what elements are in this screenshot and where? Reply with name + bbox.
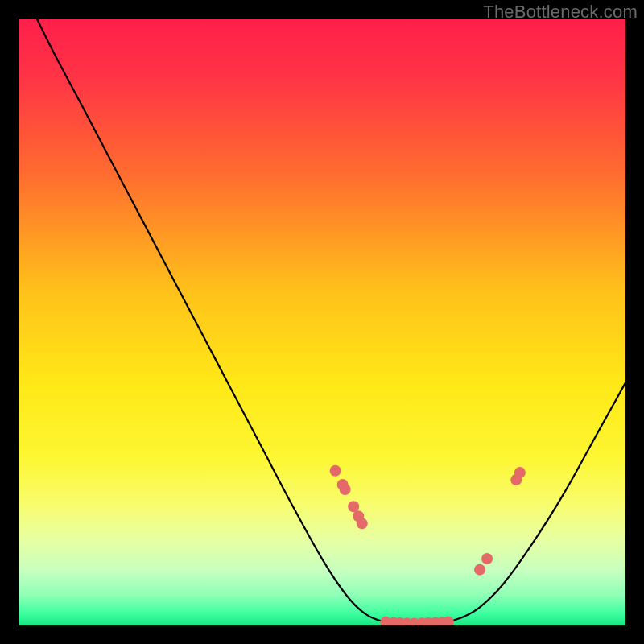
watermark-text: TheBottleneck.com xyxy=(483,2,638,23)
curve-marker xyxy=(357,518,368,529)
curve-marker xyxy=(514,467,526,478)
chart-frame: TheBottleneck.com xyxy=(0,0,644,644)
chart-background xyxy=(19,19,625,625)
curve-marker xyxy=(348,501,359,512)
curve-marker xyxy=(481,553,493,564)
curve-marker xyxy=(340,484,351,495)
bottleneck-chart xyxy=(19,19,625,625)
curve-marker xyxy=(474,564,485,576)
curve-marker xyxy=(330,465,341,477)
